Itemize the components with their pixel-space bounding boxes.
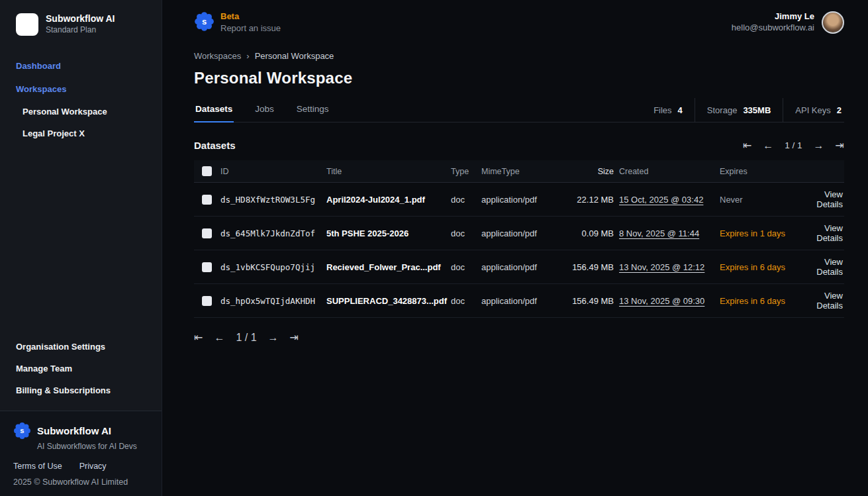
subworkflow-flower-icon: s <box>13 422 31 440</box>
pagination-top: ⇤ ← 1 / 1 → ⇥ <box>743 140 844 151</box>
dataset-id: ds_1vbKCSFQupo7Qjij <box>220 262 326 272</box>
column-header-title: Title <box>326 167 451 176</box>
plan-label: Standard Plan <box>46 25 115 36</box>
column-header-created: Created <box>619 167 720 176</box>
footer-brand-title: Subworkflow AI <box>37 425 111 436</box>
dataset-size: 22.12 MB <box>558 195 619 205</box>
column-header-expires: Expires <box>720 167 802 176</box>
dataset-created[interactable]: 13 Nov, 2025 @ 12:12 <box>619 262 720 272</box>
next-page-icon[interactable]: → <box>814 140 824 151</box>
breadcrumb-workspaces[interactable]: Workspaces <box>194 51 241 61</box>
brand-title: Subworkflow AI <box>46 13 115 25</box>
subworkflow-flower-icon: s <box>194 11 215 32</box>
stat-api-keys-label: API Keys <box>795 105 830 115</box>
select-all-checkbox[interactable] <box>202 166 212 176</box>
svg-text:s: s <box>20 426 24 434</box>
sidebar: Subworkflow AI Standard Plan Dashboard W… <box>0 0 162 496</box>
footer-brand: s Subworkflow AI <box>13 422 148 440</box>
prev-page-icon[interactable]: ← <box>214 332 224 344</box>
table-header-row: ID Title Type MimeType Size Created Expi… <box>194 160 844 183</box>
beta-badge: Beta <box>220 11 281 22</box>
select-row-checkbox[interactable] <box>202 195 212 205</box>
dataset-size: 156.49 MB <box>558 262 619 272</box>
sidebar-spacer <box>0 148 162 332</box>
sidebar-item-dashboard[interactable]: Dashboard <box>0 54 162 77</box>
sidebar-nav: Dashboard Workspaces Personal Workspace … <box>0 50 162 148</box>
sidebar-item-manage-team[interactable]: Manage Team <box>0 358 162 379</box>
last-page-icon[interactable]: ⇥ <box>836 140 844 151</box>
dataset-type: doc <box>451 228 481 238</box>
dataset-expires: Expires in 6 days <box>720 262 802 272</box>
sidebar-brand: Subworkflow AI Standard Plan <box>0 0 162 50</box>
dataset-type: doc <box>451 296 481 306</box>
table-row: ds_645Mlk7JkdnZdTof 5th PSHE 2025-2026 d… <box>194 217 844 250</box>
dataset-created[interactable]: 13 Nov, 2025 @ 09:30 <box>619 296 720 306</box>
page-indicator: 1 / 1 <box>236 332 256 344</box>
select-row-checkbox[interactable] <box>202 296 212 306</box>
dataset-expires: Expires in 6 days <box>720 296 802 306</box>
first-page-icon[interactable]: ⇤ <box>743 140 751 151</box>
topbar-left: s Beta Report an issue <box>194 11 281 33</box>
sidebar-item-organisation-settings[interactable]: Organisation Settings <box>0 336 162 358</box>
datasets-heading: Datasets <box>194 140 236 151</box>
dataset-mimetype: application/pdf <box>481 296 558 306</box>
prev-page-icon[interactable]: ← <box>763 140 773 151</box>
terms-of-use-link[interactable]: Terms of Use <box>13 462 62 471</box>
stat-api-keys: API Keys 2 <box>783 98 844 122</box>
tab-settings[interactable]: Settings <box>295 98 330 123</box>
workspace-stats: Files 4 Storage 335MB API Keys 2 <box>642 98 844 122</box>
select-row-checkbox[interactable] <box>202 262 212 272</box>
dataset-mimetype: application/pdf <box>481 262 558 272</box>
table-row: ds_hpOx5wTQIjdAKHDH SUPPLIERACD_3428873.… <box>194 284 844 318</box>
dataset-created[interactable]: 8 Nov, 2025 @ 11:44 <box>619 228 720 238</box>
view-details-link[interactable]: View Details <box>816 291 843 311</box>
dataset-type: doc <box>451 195 481 205</box>
report-issue-link[interactable]: Report an issue <box>220 23 281 33</box>
sidebar-footer: s Subworkflow AI AI Subworkflows for AI … <box>0 411 162 496</box>
user-name: Jimmy Le <box>732 11 814 23</box>
sidebar-item-billing-subscriptions[interactable]: Billing & Subscriptions <box>0 379 162 401</box>
breadcrumb-current: Personal Workspace <box>255 51 334 61</box>
footer-tagline: AI Subworkflows for AI Devs <box>37 442 148 451</box>
view-details-link[interactable]: View Details <box>816 257 843 277</box>
dataset-created[interactable]: 15 Oct, 2025 @ 03:42 <box>619 195 720 205</box>
dataset-title: April2024-Jul2024_1.pdf <box>326 195 451 205</box>
user-meta: Jimmy Le hello@subworkflow.ai <box>732 11 814 34</box>
breadcrumb-separator-icon: › <box>246 51 249 61</box>
select-row-checkbox[interactable] <box>202 228 212 238</box>
view-details-link[interactable]: View Details <box>816 189 843 209</box>
column-header-id: ID <box>220 167 326 176</box>
workspace-logo-icon <box>16 13 38 36</box>
first-page-icon[interactable]: ⇤ <box>194 331 203 344</box>
app-root: Subworkflow AI Standard Plan Dashboard W… <box>0 0 868 496</box>
dataset-size: 156.49 MB <box>558 296 619 306</box>
copyright-text: 2025 © Subworkflow AI Limited <box>13 477 148 487</box>
datasets-section-head: Datasets ⇤ ← 1 / 1 → ⇥ <box>194 140 844 151</box>
dataset-expires: Expires in 1 days <box>720 228 802 238</box>
privacy-link[interactable]: Privacy <box>79 462 107 471</box>
column-header-type: Type <box>451 167 481 176</box>
dataset-id: ds_HD8XfWztROW3L5Fg <box>220 195 326 205</box>
dataset-id: ds_hpOx5wTQIjdAKHDH <box>220 296 326 306</box>
sidebar-item-personal-workspace[interactable]: Personal Workspace <box>0 101 162 123</box>
avatar[interactable] <box>822 11 844 34</box>
last-page-icon[interactable]: ⇥ <box>290 331 299 344</box>
dataset-mimetype: application/pdf <box>481 228 558 238</box>
sidebar-item-workspaces[interactable]: Workspaces <box>0 77 162 101</box>
stat-files-value: 4 <box>678 105 683 115</box>
dataset-size: 0.09 MB <box>558 228 619 238</box>
stat-files-label: Files <box>653 105 671 115</box>
tab-datasets[interactable]: Datasets <box>194 98 234 123</box>
table-row: ds_HD8XfWztROW3L5Fg April2024-Jul2024_1.… <box>194 183 844 217</box>
topbar: s Beta Report an issue Jimmy Le hello@su… <box>194 0 844 34</box>
page-title: Personal Workspace <box>194 69 844 87</box>
tabs-row: Datasets Jobs Settings Files 4 Storage 3… <box>194 98 844 123</box>
sidebar-item-legal-project-x[interactable]: Legal Project X <box>0 123 162 144</box>
tab-jobs[interactable]: Jobs <box>254 98 275 123</box>
view-details-link[interactable]: View Details <box>816 223 843 243</box>
stat-storage: Storage 335MB <box>695 98 783 122</box>
stat-storage-value: 335MB <box>743 105 771 115</box>
next-page-icon[interactable]: → <box>268 332 279 344</box>
page-indicator: 1 / 1 <box>785 140 802 150</box>
dataset-mimetype: application/pdf <box>481 195 558 205</box>
